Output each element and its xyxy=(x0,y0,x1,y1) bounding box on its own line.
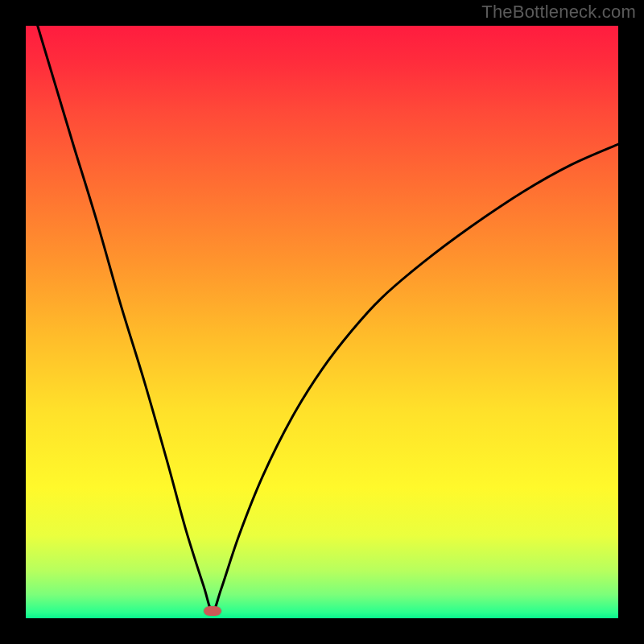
bottleneck-curve xyxy=(26,26,618,618)
plot-area xyxy=(26,26,618,618)
optimal-point-marker xyxy=(204,606,221,616)
watermark-text: TheBottleneck.com xyxy=(481,2,636,23)
chart-frame: TheBottleneck.com xyxy=(0,0,644,644)
